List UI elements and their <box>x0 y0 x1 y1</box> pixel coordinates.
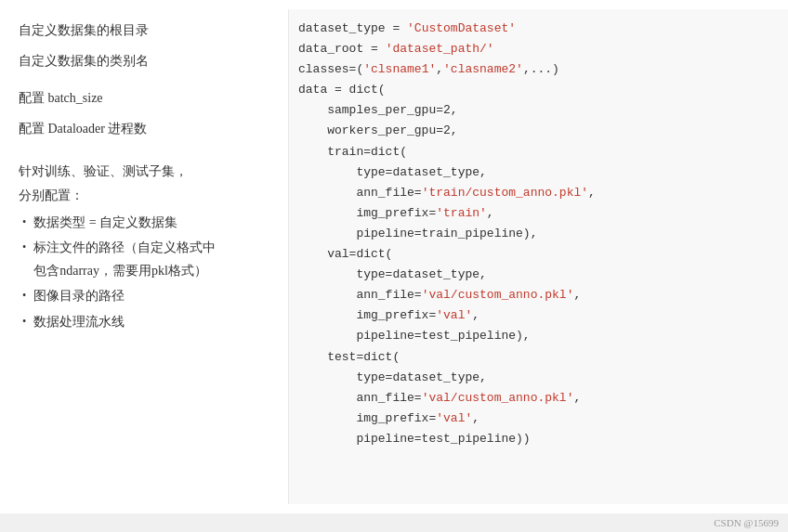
left-panel: 自定义数据集的根目录 自定义数据集的类别名 配置 batch_size 配置 D… <box>0 9 288 504</box>
code-line-17: type=dataset_type, <box>298 368 769 388</box>
section-root-dir: 自定义数据集的根目录 <box>19 19 269 44</box>
bullet-text-4: 数据处理流水线 <box>33 310 125 333</box>
code-line-20: pipeline=test_pipeline)) <box>298 429 769 449</box>
bullet-text-3: 图像目录的路径 <box>33 284 125 307</box>
code-line-18: ann_file='val/custom_anno.pkl', <box>298 388 769 409</box>
code-line-16: test=dict( <box>298 347 769 368</box>
code-line-2: classes=('clsname1','clasname2',...) <box>298 59 769 80</box>
code-line-10: pipeline=train_pipeline), <box>298 224 769 244</box>
code-line-1: data_root = 'dataset_path/' <box>298 39 769 59</box>
root-dir-label: 自定义数据集的根目录 <box>19 23 149 37</box>
bullet-section: 针对训练、验证、测试子集，分别配置： • 数据类型 = 自定义数据集 • 标注文… <box>19 160 269 332</box>
code-line-15: pipeline=test_pipeline), <box>298 326 769 346</box>
code-line-3: data = dict( <box>298 80 769 100</box>
watermark: CSDN @15699 <box>714 517 779 528</box>
code-line-6: train=dict( <box>298 142 769 162</box>
code-line-9: img_prefix='train', <box>298 203 769 224</box>
bullet-list: • 数据类型 = 自定义数据集 • 标注文件的路径（自定义格式中包含ndarra… <box>19 211 269 333</box>
dataloader-label: 配置 Dataloader 进程数 <box>19 122 147 136</box>
code-line-14: img_prefix='val', <box>298 305 769 326</box>
bullet-dot-3: • <box>22 286 26 306</box>
code-line-12: type=dataset_type, <box>298 265 769 285</box>
code-line-11: val=dict( <box>298 244 769 265</box>
bullet-dot-2: • <box>22 238 26 258</box>
batch-size-label: 配置 batch_size <box>19 91 103 105</box>
bullet-text-2: 标注文件的路径（自定义格式中包含ndarray，需要用pkl格式） <box>33 236 216 282</box>
section-class-name: 自定义数据集的类别名 <box>19 49 269 74</box>
bullet-item-4: • 数据处理流水线 <box>19 310 269 333</box>
code-line-0: dataset_type = 'CustomDataset' <box>298 19 769 39</box>
class-name-label: 自定义数据集的类别名 <box>19 54 149 68</box>
bullet-intro: 针对训练、验证、测试子集，分别配置： <box>19 160 269 206</box>
code-line-5: workers_per_gpu=2, <box>298 121 769 141</box>
code-line-8: ann_file='train/custom_anno.pkl', <box>298 183 769 203</box>
bullet-dot-4: • <box>22 312 26 332</box>
right-panel: dataset_type = 'CustomDataset'data_root … <box>288 9 788 504</box>
bullet-dot-1: • <box>22 213 26 233</box>
code-line-13: ann_file='val/custom_anno.pkl', <box>298 285 769 305</box>
code-block: dataset_type = 'CustomDataset'data_root … <box>298 19 769 449</box>
code-line-4: samples_per_gpu=2, <box>298 100 769 121</box>
footer: CSDN @15699 <box>0 513 788 532</box>
code-line-7: type=dataset_type, <box>298 162 769 183</box>
bullet-item-2: • 标注文件的路径（自定义格式中包含ndarray，需要用pkl格式） <box>19 236 269 282</box>
bullet-item-3: • 图像目录的路径 <box>19 284 269 307</box>
code-line-19: img_prefix='val', <box>298 409 769 429</box>
bullet-text-1: 数据类型 = 自定义数据集 <box>33 211 177 234</box>
section-dataloader: 配置 Dataloader 进程数 <box>19 117 269 142</box>
bullet-item-1: • 数据类型 = 自定义数据集 <box>19 211 269 234</box>
section-batch-size: 配置 batch_size <box>19 86 269 111</box>
